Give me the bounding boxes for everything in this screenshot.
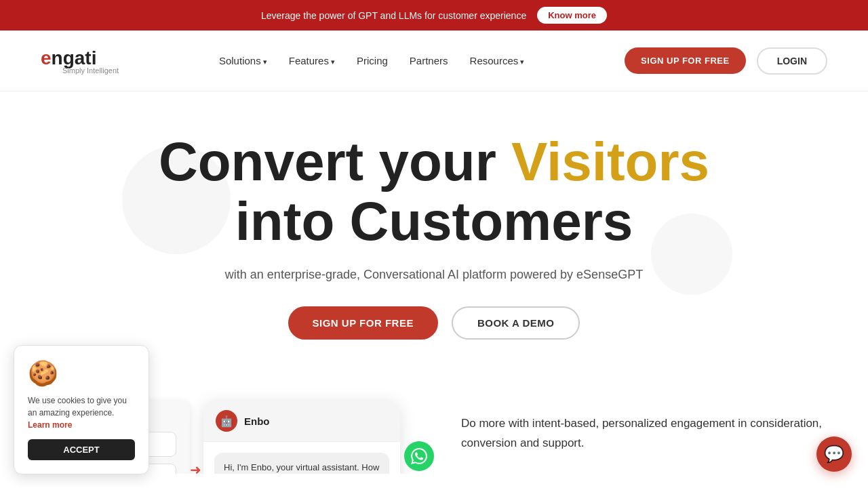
- headline-highlight: Visitors: [511, 131, 709, 192]
- cookie-text: We use cookies to give you an amazing ex…: [28, 394, 135, 431]
- hero-demo-button[interactable]: BOOK A DEMO: [452, 306, 580, 340]
- chat-header: 🤖 Enbo: [203, 401, 400, 442]
- cookie-banner: 🍪 We use cookies to give you an amazing …: [14, 345, 149, 474]
- banner-text: Leverage the power of GPT and LLMs for c…: [261, 10, 526, 21]
- nav-item-partners[interactable]: Partners: [410, 55, 448, 67]
- logo[interactable]: engati Simply Intelligent: [41, 47, 119, 75]
- nav-item-features[interactable]: Features: [289, 55, 335, 67]
- headline-part2: into Customers: [235, 191, 633, 251]
- logo-rest: ngati: [52, 47, 97, 68]
- social-icons: [404, 441, 434, 474]
- nav-actions: SIGN UP FOR FREE LOGIN: [625, 47, 827, 75]
- cookie-learn-more-link[interactable]: Learn more: [28, 420, 72, 430]
- right-content: Do more with intent-based, personalized …: [461, 401, 827, 474]
- hero-signup-button[interactable]: SIGN UP FOR FREE: [288, 306, 438, 340]
- nav-login-button[interactable]: LOGIN: [757, 47, 827, 75]
- navbar: engati Simply Intelligent Solutions Feat…: [0, 30, 868, 92]
- top-banner: Leverage the power of GPT and LLMs for c…: [0, 0, 868, 30]
- cookie-icon: 🍪: [28, 359, 135, 388]
- cookie-accept-button[interactable]: ACCEPT: [28, 439, 135, 460]
- know-more-button[interactable]: Know more: [537, 7, 607, 24]
- whatsapp-icon[interactable]: [404, 441, 434, 471]
- nav-item-solutions[interactable]: Solutions: [219, 55, 267, 67]
- chat-bot-name: Enbo: [244, 415, 270, 427]
- flow-arrow: ➜: [190, 462, 201, 474]
- hero-subtext: with an enterprise-grade, Conversational…: [197, 268, 671, 282]
- hero-headline: Convert your Visitors into Customers: [41, 132, 827, 251]
- hero-buttons: SIGN UP FOR FREE BOOK A DEMO: [41, 306, 827, 340]
- nav-item-pricing[interactable]: Pricing: [357, 55, 388, 67]
- chat-window: 🤖 Enbo Hi, I'm Enbo, your virtual assist…: [203, 401, 400, 474]
- nav-item-resources[interactable]: Resources: [470, 55, 525, 67]
- logo-e-letter: e: [41, 47, 52, 68]
- nav-signup-button[interactable]: SIGN UP FOR FREE: [625, 47, 746, 74]
- chat-avatar: 🤖: [216, 410, 237, 432]
- nav-links: Solutions Features Pricing Partners Reso…: [219, 55, 524, 67]
- logo-subtitle: Simply Intelligent: [62, 66, 119, 75]
- headline-part1: Convert your: [159, 131, 511, 192]
- chat-body: Hi, I'm Enbo, your virtual assistant. Ho…: [203, 442, 400, 474]
- chat-greeting: Hi, I'm Enbo, your virtual assistant. Ho…: [214, 453, 389, 474]
- support-bubble[interactable]: 💬: [816, 436, 852, 472]
- right-para1: Do more with intent-based, personalized …: [461, 414, 827, 453]
